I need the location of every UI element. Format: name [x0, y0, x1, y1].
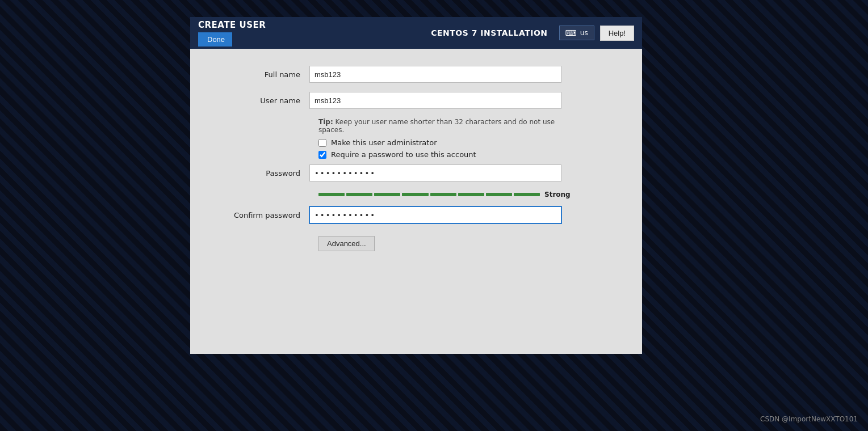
- strength-seg-2: [346, 193, 372, 196]
- help-button[interactable]: Help!: [600, 26, 634, 41]
- dialog-header: CREATE USER Done CENTOS 7 INSTALLATION ⌨…: [190, 17, 642, 49]
- strength-seg-5: [430, 193, 456, 196]
- confirm-password-input[interactable]: [309, 206, 561, 223]
- create-user-dialog: CREATE USER Done CENTOS 7 INSTALLATION ⌨…: [190, 17, 642, 354]
- require-password-row: Require a password to use this account: [318, 150, 619, 159]
- require-password-checkbox[interactable]: [318, 151, 326, 159]
- strength-seg-1: [318, 193, 345, 196]
- full-name-row: Full name: [213, 66, 619, 83]
- centos-title: CENTOS 7 INSTALLATION: [431, 28, 547, 37]
- admin-checkbox-label[interactable]: Make this user administrator: [331, 138, 437, 147]
- admin-checkbox[interactable]: [318, 139, 326, 147]
- admin-checkbox-row: Make this user administrator: [318, 138, 619, 147]
- strength-seg-7: [486, 193, 512, 196]
- tip-text: Tip: Keep your user name shorter than 32…: [318, 118, 571, 134]
- user-name-row: User name: [213, 92, 619, 109]
- confirm-password-row: Confirm password: [213, 206, 619, 223]
- require-password-label[interactable]: Require a password to use this account: [331, 150, 476, 159]
- password-label: Password: [213, 169, 309, 178]
- password-row: Password: [213, 164, 619, 181]
- strength-seg-8: [514, 193, 540, 196]
- strength-bar: [318, 193, 540, 196]
- keyboard-locale: us: [580, 29, 588, 37]
- user-name-input[interactable]: [309, 92, 561, 109]
- strength-label: Strong: [544, 191, 571, 198]
- tip-content: Keep your user name shorter than 32 char…: [318, 118, 555, 134]
- done-button[interactable]: Done: [198, 32, 232, 47]
- strength-seg-4: [402, 193, 428, 196]
- confirm-password-label: Confirm password: [213, 211, 309, 219]
- header-left-section: CREATE USER Done: [190, 17, 423, 49]
- full-name-input[interactable]: [309, 66, 561, 83]
- tip-row: Tip: Keep your user name shorter than 32…: [318, 118, 619, 134]
- advanced-button[interactable]: Advanced...: [318, 236, 375, 251]
- strength-seg-6: [458, 193, 484, 196]
- watermark-text: CSDN @ImportNewXXTO101: [760, 415, 858, 423]
- tip-prefix: Tip:: [318, 118, 333, 126]
- user-name-label: User name: [213, 96, 309, 105]
- keyboard-icon: ⌨: [565, 28, 577, 37]
- password-input[interactable]: [309, 164, 561, 181]
- full-name-label: Full name: [213, 70, 309, 79]
- strength-seg-3: [374, 193, 400, 196]
- strength-row: Strong: [318, 191, 619, 198]
- form-content: Full name User name Tip: Keep your user …: [190, 49, 642, 354]
- keyboard-indicator[interactable]: ⌨ us: [559, 26, 594, 40]
- header-right-section: CENTOS 7 INSTALLATION ⌨ us Help!: [423, 17, 642, 49]
- dialog-title: CREATE USER: [198, 20, 415, 30]
